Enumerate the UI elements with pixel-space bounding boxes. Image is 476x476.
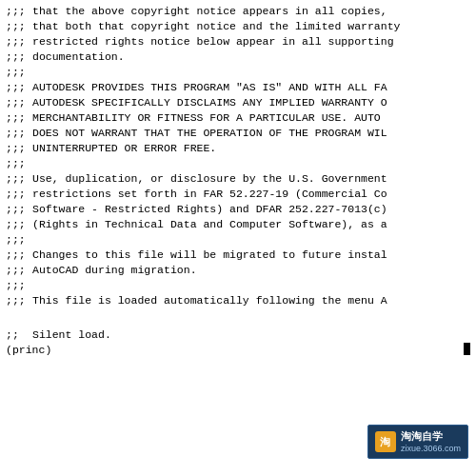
line-prefix: ;;; [6, 263, 32, 278]
code-line: ;;; documentation. [6, 50, 470, 65]
line-prefix: ;;; [6, 34, 32, 50]
line-prefix: ;;; [6, 248, 32, 263]
code-line: ;;; Changes to this file will be migrate… [6, 248, 470, 263]
line-prefix: ;;; [6, 278, 32, 293]
code-line: ;;; restricted rights notice below appea… [6, 34, 470, 50]
code-line: ;;; Use, duplication, or disclosure by t… [6, 171, 470, 187]
line-content: restrictions set forth in FAR 52.227-19 … [32, 187, 470, 202]
editor-container: ;;; that the above copyright notice appe… [0, 0, 476, 476]
line-prefix: ;;; [6, 95, 32, 110]
line-content: that the above copyright notice appears … [32, 4, 470, 19]
line-content: MERCHANTABILITY OR FITNESS FOR A PARTICU… [32, 110, 470, 126]
code-line [6, 318, 470, 327]
code-line: ;;; MERCHANTABILITY OR FITNESS FOR A PAR… [6, 110, 470, 126]
code-line: ;;; that the above copyright notice appe… [6, 4, 470, 19]
line-content: DOES NOT WARRANT THAT THE OPERATION OF T… [32, 126, 470, 141]
watermark-text-block: 淘淘自学 zixue.3066.com [401, 429, 461, 454]
code-line: ;;; [6, 232, 470, 248]
code-line: ;;; that both that copyright notice and … [6, 19, 470, 34]
line-content: AUTODESK PROVIDES THIS PROGRAM "AS IS" A… [32, 80, 470, 95]
code-line: (princ) [6, 343, 470, 358]
line-prefix: ;;; [6, 232, 32, 248]
code-line: ;;; Software - Restricted Rights) and DF… [6, 202, 470, 217]
code-line: ;;; [6, 65, 470, 80]
line-content: Changes to this file will be migrated to… [32, 248, 470, 263]
line-prefix: ;;; [6, 171, 32, 187]
line-content: Software - Restricted Rights) and DFAR 2… [32, 202, 470, 217]
line-prefix: ;;; [6, 141, 32, 156]
code-area[interactable]: ;;; that the above copyright notice appe… [0, 0, 476, 476]
code-line: ;; Silent load. [6, 327, 470, 343]
line-prefix: ;;; [6, 187, 32, 202]
code-line: ;;; [6, 278, 470, 293]
watermark-icon: 淘 [375, 431, 396, 452]
code-line: ;;; AutoCAD during migration. [6, 263, 470, 278]
line-prefix: ;;; [6, 50, 32, 65]
line-content: AUTODESK SPECIFICALLY DISCLAIMS ANY IMPL… [32, 95, 470, 110]
watermark-url: zixue.3066.com [401, 443, 461, 454]
code-line: ;;; [6, 156, 470, 171]
line-content: Silent load. [32, 327, 470, 343]
line-content: AutoCAD during migration. [32, 263, 470, 278]
line-content: Use, duplication, or disclosure by the U… [32, 171, 470, 187]
code-line: ;;; DOES NOT WARRANT THAT THE OPERATION … [6, 126, 470, 141]
line-prefix: ;;; [6, 202, 32, 217]
watermark: 淘 淘淘自学 zixue.3066.com [367, 425, 468, 459]
line-prefix: ;;; [6, 110, 32, 126]
text-cursor [464, 343, 470, 355]
line-prefix: ;;; [6, 156, 32, 171]
line-prefix: (princ) [6, 343, 51, 358]
line-prefix: ;;; [6, 19, 32, 34]
line-prefix: ;;; [6, 293, 32, 308]
line-content: UNINTERRUPTED OR ERROR FREE. [32, 141, 470, 156]
line-prefix: ;; [6, 327, 32, 343]
code-line [6, 308, 470, 318]
line-content: that both that copyright notice and the … [32, 19, 470, 34]
code-line: ;;; This file is loaded automatically fo… [6, 293, 470, 308]
line-prefix: ;;; [6, 4, 32, 19]
line-prefix: ;;; [6, 65, 32, 80]
line-content: documentation. [32, 50, 470, 65]
line-prefix: ;;; [6, 80, 32, 95]
code-line: ;;; UNINTERRUPTED OR ERROR FREE. [6, 141, 470, 156]
line-prefix: ;;; [6, 126, 32, 141]
line-content: (Rights in Technical Data and Computer S… [32, 217, 470, 232]
code-line: ;;; AUTODESK PROVIDES THIS PROGRAM "AS I… [6, 80, 470, 95]
line-content: restricted rights notice below appear in… [32, 34, 470, 50]
line-content: This file is loaded automatically follow… [32, 293, 470, 308]
code-line: ;;; restrictions set forth in FAR 52.227… [6, 187, 470, 202]
line-prefix: ;;; [6, 217, 32, 232]
code-line: ;;; AUTODESK SPECIFICALLY DISCLAIMS ANY … [6, 95, 470, 110]
watermark-title: 淘淘自学 [401, 429, 443, 443]
code-line: ;;; (Rights in Technical Data and Comput… [6, 217, 470, 232]
